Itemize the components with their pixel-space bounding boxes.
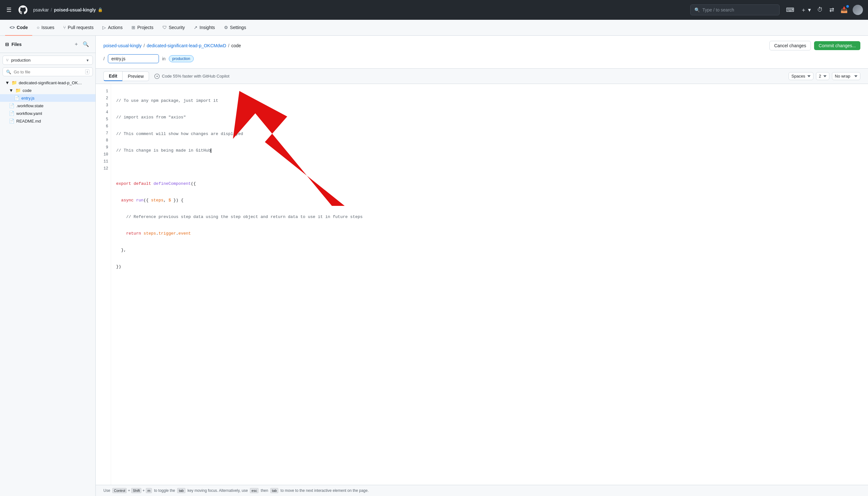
go-to-file-input[interactable] [14, 69, 83, 74]
breadcrumb-repo[interactable]: poised-usual-kingly [104, 43, 142, 48]
tree-item-entry-js[interactable]: 📄 entry.js [0, 94, 95, 102]
workflow-state-file-icon: 📄 [9, 103, 14, 108]
line-num-11: 11 [101, 158, 108, 165]
branch-badge: production [169, 55, 194, 62]
shift-key: Shift [131, 488, 141, 493]
nav-item-security[interactable]: 🛡 Security [158, 20, 190, 36]
content-header: poised-usual-kingly / dedicated-signific… [96, 36, 868, 68]
line-num-6: 6 [101, 123, 108, 130]
branch-name: production [11, 58, 83, 63]
nav-item-settings[interactable]: ⚙ Settings [220, 20, 251, 36]
github-logo [18, 5, 28, 15]
search-file-button[interactable]: 🔍 [81, 40, 90, 49]
line-num-10: 10 [101, 151, 108, 158]
branch-chevron-icon: ▼ [86, 58, 89, 62]
reponame[interactable]: poised-usual-kingly [54, 7, 96, 13]
settings-icon: ⚙ [224, 25, 228, 30]
issues-icon: ○ [37, 25, 39, 30]
line-num-2: 2 [101, 95, 108, 102]
code-line-1: // To use any npm package, just import i… [116, 97, 863, 104]
notification-icon[interactable]: 📥 [839, 5, 849, 15]
sidebar: ⊟ Files ＋ 🔍 ⑂ production ▼ 🔍 t ▼ 📁 dedic… [0, 36, 96, 496]
code-line-8: // Reference previous step data using th… [116, 214, 863, 220]
preview-tab[interactable]: Preview [123, 72, 149, 81]
line-num-12: 12 [101, 165, 108, 172]
diff-icon[interactable]: ⇄ [828, 5, 835, 15]
nav-item-code[interactable]: <> Code [5, 20, 32, 36]
files-grid-icon: ⊟ [5, 42, 9, 47]
entry-file-icon: 📄 [14, 95, 19, 100]
lock-icon: 🔒 [98, 7, 103, 12]
filename-input[interactable] [108, 54, 159, 63]
breadcrumb-folder[interactable]: dedicated-significant-lead-p_OKCMdwD [147, 43, 226, 48]
hamburger-menu[interactable]: ☰ [5, 5, 13, 15]
folder-collapse-icon: ▼ [5, 80, 10, 85]
cancel-changes-button[interactable]: Cancel changes [769, 41, 811, 50]
nav-item-insights[interactable]: ↗ Insights [189, 20, 219, 36]
files-label: Files [12, 42, 22, 47]
workflow-state-name: .workflow.state [16, 104, 90, 108]
breadcrumb: poised-usual-kingly / dedicated-signific… [104, 43, 241, 48]
nav-item-actions[interactable]: ▷ Actions [98, 20, 127, 36]
tree-item-workflow-yaml[interactable]: 📄 workflow.yaml [0, 109, 95, 117]
tab-key-1: tab [177, 488, 185, 493]
file-tree: ▼ 📁 dedicated-significant-lead-p_OK… ▼ 📁… [0, 78, 95, 126]
header-actions: Cancel changes Commit changes... [769, 41, 861, 50]
search-file-bar: 🔍 t [2, 67, 93, 76]
editor-toolbar: Edit Preview ✦ Code 55% faster with GitH… [96, 68, 868, 84]
code-line-6: export default defineComponent({ [116, 180, 863, 187]
code-folder-name: code [23, 88, 90, 93]
file-row: / in production [104, 54, 861, 63]
editor-right-controls: Spaces Tabs 2 4 No wrap Soft wrap [789, 72, 861, 80]
line-num-7: 7 [101, 130, 108, 137]
m-key: m [146, 488, 152, 493]
username[interactable]: psavkar [33, 7, 49, 13]
readme-name: README.md [16, 119, 90, 124]
file-search-icon: 🔍 [6, 69, 11, 74]
nav-item-projects[interactable]: ⊞ Projects [127, 20, 158, 36]
tree-item-workflow-state[interactable]: 📄 .workflow.state [0, 102, 95, 109]
add-file-button[interactable]: ＋ [73, 40, 80, 49]
tree-item-readme[interactable]: 📄 README.md [0, 117, 95, 125]
terminal-icon[interactable]: ⌨ [785, 5, 795, 15]
nav-item-pull-requests[interactable]: ⑂ Pull requests [59, 20, 98, 36]
branch-selector[interactable]: ⑂ production ▼ [2, 56, 93, 65]
folder-icon: 📁 [12, 80, 17, 85]
copilot-icon: ✦ [154, 73, 160, 79]
plus-icon[interactable]: ＋ ▾ [800, 5, 812, 15]
sidebar-header: ⊟ Files ＋ 🔍 [0, 36, 95, 53]
breadcrumb-file: code [231, 43, 241, 48]
editor-area: 1 2 3 4 5 6 7 8 9 10 11 12 // To u [96, 84, 868, 485]
edit-tab[interactable]: Edit [104, 71, 123, 81]
nav-label-pull-requests: Pull requests [68, 25, 94, 30]
code-line-4: // This change is being made in GitHub [116, 147, 863, 154]
top-nav-right: ⌨ ＋ ▾ ⏱ ⇄ 📥 [785, 5, 863, 15]
editor-wrapper: Edit Preview ✦ Code 55% faster with GitH… [96, 68, 868, 496]
nav-item-issues[interactable]: ○ Issues [32, 20, 59, 36]
workflow-yaml-file-icon: 📄 [9, 111, 14, 116]
search-icon: 🔍 [694, 7, 700, 13]
code-line-7: async run({ steps, $ }) { [116, 197, 863, 204]
actions-icon: ▷ [102, 25, 106, 30]
tree-item-code-folder[interactable]: ▼ 📁 code [0, 87, 95, 94]
tree-item-root-folder[interactable]: ▼ 📁 dedicated-significant-lead-p_OK… [0, 79, 95, 87]
indent-type-select[interactable]: Spaces Tabs [789, 72, 814, 80]
timer-icon[interactable]: ⏱ [816, 5, 824, 14]
indent-size-select[interactable]: 2 4 [816, 72, 830, 80]
code-line-9: return steps.trigger.event [116, 230, 863, 237]
search-bar[interactable]: 🔍 Type / to search [690, 4, 779, 15]
code-line-3: // This comment will show how changes ar… [116, 130, 863, 138]
status-bar: Use Control + Shift + m to toggle the ta… [96, 485, 868, 496]
code-lines[interactable]: // To use any npm package, just import i… [111, 84, 868, 485]
commit-changes-button[interactable]: Commit changes... [814, 41, 861, 50]
avatar[interactable] [853, 5, 863, 15]
path-separator: / [51, 7, 52, 13]
security-icon: 🛡 [162, 25, 167, 30]
pull-request-icon: ⑂ [63, 25, 66, 30]
wrap-select[interactable]: No wrap Soft wrap [832, 72, 861, 80]
code-editor[interactable]: 1 2 3 4 5 6 7 8 9 10 11 12 // To u [96, 84, 868, 485]
notification-badge [846, 5, 849, 7]
breadcrumb-row: poised-usual-kingly / dedicated-signific… [104, 41, 861, 50]
secondary-nav: <> Code ○ Issues ⑂ Pull requests ▷ Actio… [0, 20, 868, 36]
main-content: poised-usual-kingly / dedicated-signific… [96, 36, 868, 496]
